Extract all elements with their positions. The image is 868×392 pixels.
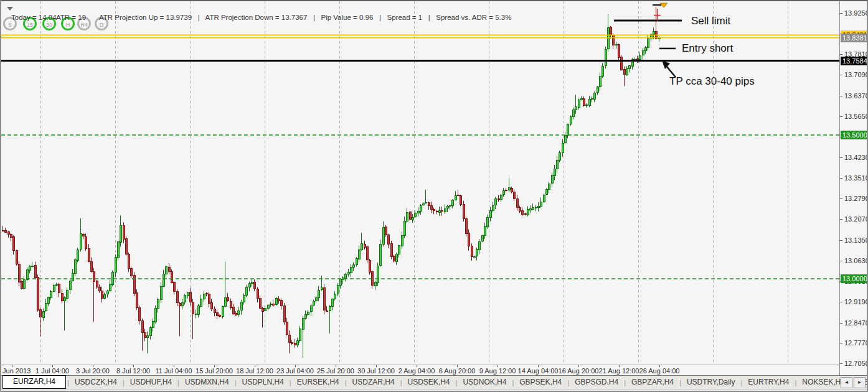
candle-body: [197, 306, 199, 314]
candle-body: [205, 293, 207, 294]
chart-tab-usdpln[interactable]: USDPLN,H4: [237, 376, 290, 388]
candle-body: [18, 264, 20, 282]
candle-body: [130, 268, 132, 276]
candle-body: [210, 303, 212, 309]
time-tick-label: 14 Aug 04:00: [518, 367, 559, 375]
time-tick-label: 2 Aug 04:00: [399, 367, 435, 375]
chart-tab-gbpsgd[interactable]: GBPSGD,H4: [569, 376, 624, 388]
price-tick-mark: [840, 116, 842, 117]
candle-body: [264, 309, 266, 311]
price-tick-label: 13.5650: [844, 113, 868, 120]
chart-tab-usdmxn[interactable]: USDMXN,H4: [179, 376, 235, 388]
candle-body: [12, 236, 14, 250]
candle-body: [23, 279, 25, 288]
tab-scroll-right-button[interactable]: ►: [854, 377, 866, 388]
candle-body: [409, 212, 411, 220]
candle-body: [414, 213, 416, 217]
candle-body: [412, 217, 413, 220]
candle-body: [184, 295, 186, 302]
candle-body: [111, 273, 113, 285]
tab-scroll-left-button[interactable]: ◄: [841, 377, 852, 388]
candle-body: [562, 143, 564, 152]
candle-body: [66, 290, 68, 298]
candle-body: [647, 39, 649, 48]
candle-body: [176, 291, 178, 303]
candle-body: [208, 294, 210, 303]
candle-body: [369, 260, 370, 272]
chart-tab-gbpsek[interactable]: GBPSEK,H4: [514, 376, 567, 388]
candle-body: [361, 244, 362, 250]
candle-body: [537, 207, 539, 208]
candle-body: [540, 202, 542, 207]
time-tick-label: 16 Aug 20:00: [559, 367, 599, 375]
chart-window: 51530HH4D Today = 14.04 ATR = 19 ATR Pro…: [0, 0, 868, 392]
candle-body: [248, 284, 250, 287]
price-tick-mark: [840, 302, 842, 302]
candle-body: [344, 274, 346, 278]
candle-body: [72, 274, 73, 281]
price-tick-label: 13.2790: [844, 195, 868, 202]
atr-today-label: Today = 14.04: [11, 14, 57, 21]
candle-body: [623, 70, 625, 75]
candle-body: [575, 107, 577, 110]
chart-tab-eurtry[interactable]: EURTRY,H4: [742, 376, 795, 388]
chart-tab-usdhuf[interactable]: USDHUF,H4: [125, 376, 177, 388]
candle-body: [500, 195, 502, 200]
candle-body: [471, 246, 473, 256]
candle-body: [607, 28, 609, 49]
candle-body: [123, 225, 125, 239]
candle-body: [133, 276, 135, 294]
bid-price-tag: 13.8381: [841, 34, 867, 42]
price-tick-label: 13.6370: [844, 92, 868, 100]
price-tick-label: 13.7090: [844, 71, 868, 78]
price-chart[interactable]: [1, 1, 839, 365]
chart-tab-usdtry[interactable]: USDTRY,Daily: [681, 376, 741, 388]
candle-body: [446, 207, 448, 208]
candle-body: [232, 307, 234, 314]
candle-body: [171, 271, 172, 282]
symbol-tab-bar: EURZAR,H4|USDCZK,H4|USDHUF,H4|USDMXN,H4|…: [1, 375, 868, 389]
candle-body: [275, 299, 277, 304]
chart-tab-eursek[interactable]: EURSEK,H4: [291, 376, 345, 388]
candle-body: [580, 98, 582, 100]
candle-body: [291, 343, 293, 344]
candle-body: [125, 238, 127, 254]
candle-body: [237, 310, 239, 314]
candle-body: [572, 110, 574, 117]
candle-body: [7, 232, 9, 234]
candle-body: [280, 301, 282, 306]
candle-body: [267, 305, 269, 308]
candle-body: [323, 287, 325, 310]
candle-body: [157, 299, 159, 308]
candle-body: [179, 303, 181, 306]
candle-body: [26, 270, 28, 280]
time-tick-label: 9 Aug 12:00: [479, 367, 516, 375]
chart-tab-gbpzar[interactable]: GBPZAR,H4: [626, 376, 679, 388]
candle-body: [259, 298, 261, 308]
candle-body: [243, 296, 245, 302]
candle-body: [356, 259, 357, 265]
chart-tab-usdnok[interactable]: USDNOK,H4: [457, 376, 512, 388]
candle-body: [620, 57, 622, 70]
candle-body: [433, 209, 435, 210]
candle-body: [216, 312, 218, 315]
chart-tab-usdsek[interactable]: USDSEK,H4: [402, 376, 455, 388]
candle-body: [366, 247, 368, 260]
time-tick-label: 3 Jul 20:00: [76, 367, 110, 375]
candle-body: [527, 209, 529, 215]
candle-body: [128, 254, 130, 268]
candle-body: [21, 282, 22, 288]
level-price-tag: 13.7584: [841, 57, 867, 65]
candle-body: [385, 227, 387, 235]
chart-tab-eurzar[interactable]: EURZAR,H4: [2, 375, 66, 389]
chart-tab-usdczk[interactable]: USDCZK,H4: [69, 376, 123, 388]
time-tick-label: 18 Jul 12:00: [236, 367, 273, 375]
candle-body: [80, 234, 82, 250]
chart-tab-usdzar[interactable]: USDZAR,H4: [347, 376, 400, 388]
price-tick-mark: [840, 96, 842, 96]
candle-body: [601, 66, 603, 76]
candle-body: [16, 251, 17, 264]
candle-body: [628, 66, 630, 68]
price-tick-mark: [840, 323, 842, 324]
candle-body: [154, 308, 156, 322]
